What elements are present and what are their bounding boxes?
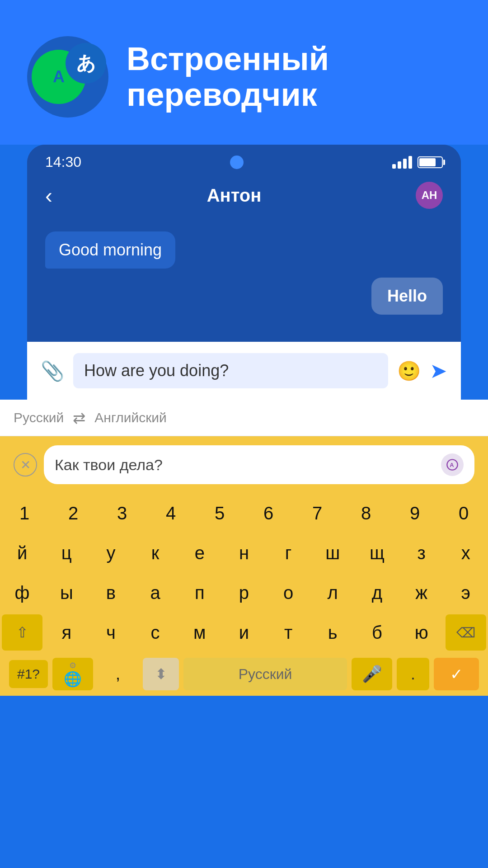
key-у[interactable]: у [90, 535, 131, 571]
key-в[interactable]: в [90, 575, 131, 611]
key-р[interactable]: р [224, 575, 264, 611]
key-б[interactable]: б [357, 614, 397, 651]
message-input-area: 📎 How are you doing? 🙂 ➤ [27, 342, 461, 400]
translation-field[interactable]: Как твои дела? A [44, 445, 474, 484]
key-я[interactable]: я [46, 614, 87, 651]
header-section: A あ Встроенный переводчик [0, 0, 488, 145]
key-ю[interactable]: ю [401, 614, 442, 651]
phone-mockup: 14:30 ‹ Антон АН Good morning Hello [27, 145, 461, 400]
key-9[interactable]: 9 [394, 495, 435, 531]
enter-key[interactable]: ✓ [434, 658, 479, 690]
key-к[interactable]: к [135, 535, 176, 571]
message-text: Good morning [59, 241, 162, 259]
key-м[interactable]: м [179, 614, 220, 651]
key-й[interactable]: й [2, 535, 42, 571]
space-key[interactable]: Русский [183, 658, 347, 690]
message-text: Hello [387, 287, 427, 305]
translator-bar: Русский ⇄ Английский [0, 400, 488, 436]
keyboard-row-3: ⇧ я ч с м и т ь б ю ⌫ [0, 613, 488, 652]
icon-letter-a: A [53, 67, 65, 86]
message-received: Good morning [45, 231, 175, 269]
keyboard-row-2: ф ы в а п р о л д ж э [0, 573, 488, 613]
message-sent-wrapper: Hello [45, 278, 443, 315]
translation-row: ✕ Как твои дела? A [0, 436, 488, 493]
avatar[interactable]: АН [416, 182, 443, 209]
key-э[interactable]: э [446, 575, 486, 611]
key-2[interactable]: 2 [53, 495, 94, 531]
swap-languages-icon[interactable]: ⇄ [73, 409, 85, 427]
translated-text: Как твои дела? [55, 456, 163, 474]
key-г[interactable]: г [268, 535, 309, 571]
back-button[interactable]: ‹ [45, 183, 52, 208]
delete-key[interactable]: ⌫ [446, 614, 486, 651]
key-ш[interactable]: ш [312, 535, 353, 571]
key-ж[interactable]: ж [401, 575, 442, 611]
key-е[interactable]: е [179, 535, 220, 571]
key-0[interactable]: 0 [443, 495, 484, 531]
key-ц[interactable]: ц [46, 535, 87, 571]
key-д[interactable]: д [357, 575, 397, 611]
key-6[interactable]: 6 [248, 495, 289, 531]
chat-area: Good morning Hello [27, 218, 461, 342]
key-з[interactable]: з [401, 535, 442, 571]
attach-icon[interactable]: 📎 [41, 360, 64, 382]
keyboard-row-1: й ц у к е н г ш щ з х [0, 533, 488, 573]
app-icon: A あ [27, 36, 108, 118]
number-row: 1 2 3 4 5 6 7 8 9 0 [0, 493, 488, 533]
key-т[interactable]: т [268, 614, 309, 651]
period-key[interactable]: . [397, 658, 429, 690]
keyboard-section: Русский ⇄ Английский ✕ Как твои дела? A … [0, 400, 488, 696]
source-language-label[interactable]: Русский [14, 410, 64, 425]
svg-text:A: A [450, 462, 454, 468]
status-bar: 14:30 [27, 145, 461, 175]
key-л[interactable]: л [312, 575, 353, 611]
keyboard-bottom-row: #1? ⚙ 🌐 , ⬍ Русский 🎤 . ✓ [0, 652, 488, 696]
key-8[interactable]: 8 [346, 495, 386, 531]
key-о[interactable]: о [268, 575, 309, 611]
key-ь[interactable]: ь [312, 614, 353, 651]
icon-letter-ja: あ [76, 51, 96, 76]
target-language-label[interactable]: Английский [94, 410, 167, 425]
navigation-bar: ‹ Антон АН [27, 175, 461, 218]
globe-key[interactable]: ⚙ 🌐 [52, 658, 93, 690]
key-и[interactable]: и [224, 614, 264, 651]
language-selector: Русский ⇄ Английский [14, 409, 474, 427]
key-3[interactable]: 3 [102, 495, 142, 531]
key-п[interactable]: п [179, 575, 220, 611]
chat-title: Антон [207, 185, 262, 206]
key-4[interactable]: 4 [150, 495, 191, 531]
signal-icon [392, 156, 412, 169]
message-sent: Hello [371, 278, 443, 315]
comma-key[interactable]: , [98, 656, 138, 692]
send-button[interactable]: ➤ [430, 359, 447, 383]
key-ф[interactable]: ф [2, 575, 42, 611]
battery-icon [418, 156, 443, 168]
mic-key[interactable]: 🎤 [352, 658, 392, 690]
numbers-switch-key[interactable]: #1? [9, 660, 48, 688]
drag-handle[interactable]: ⬍ [143, 658, 179, 690]
key-1[interactable]: 1 [4, 495, 45, 531]
clear-button[interactable]: ✕ [14, 453, 37, 476]
status-icons [392, 156, 443, 169]
message-input-field[interactable]: How are you doing? [73, 353, 388, 388]
key-а[interactable]: а [135, 575, 176, 611]
emoji-icon[interactable]: 🙂 [397, 360, 421, 382]
key-ы[interactable]: ы [46, 575, 87, 611]
app-title: Встроенный переводчик [127, 41, 329, 113]
camera-dot [230, 156, 244, 169]
key-с[interactable]: с [135, 614, 176, 651]
key-ч[interactable]: ч [90, 614, 131, 651]
translate-icon: A [441, 453, 464, 476]
key-7[interactable]: 7 [297, 495, 338, 531]
key-н[interactable]: н [224, 535, 264, 571]
key-х[interactable]: х [446, 535, 486, 571]
key-щ[interactable]: щ [357, 535, 397, 571]
shift-key[interactable]: ⇧ [2, 614, 42, 651]
key-5[interactable]: 5 [199, 495, 240, 531]
status-time: 14:30 [45, 154, 81, 170]
